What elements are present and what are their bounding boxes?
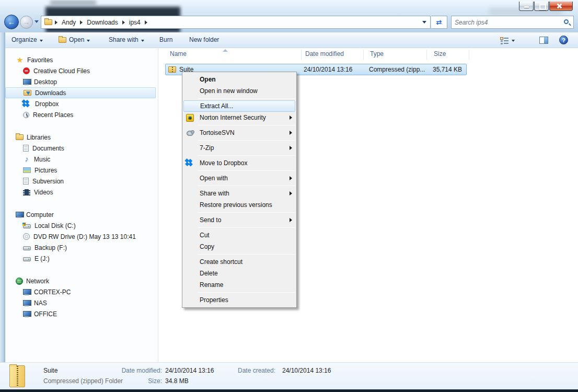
column-divider[interactable] <box>301 50 302 60</box>
menu-separator <box>198 155 295 156</box>
sidebar-item-videos[interactable]: Videos <box>5 187 158 198</box>
network-icon <box>16 278 23 285</box>
sidebar-item-local-disk-c[interactable]: Local Disk (C:) <box>5 220 158 231</box>
search-input[interactable] <box>455 17 559 27</box>
navigation-pane: ★ Favorites ∞ Creative Cloud Files Deskt… <box>5 48 158 362</box>
column-header-size[interactable]: Size <box>434 50 446 57</box>
sidebar-item-nas[interactable]: NAS <box>5 297 158 308</box>
menu-item-tortoisesvn[interactable]: TortoiseSVN <box>182 127 296 139</box>
preview-pane-icon <box>539 37 548 44</box>
menu-item-create-shortcut[interactable]: Create shortcut <box>182 256 296 268</box>
organize-button[interactable]: Organize <box>11 32 43 48</box>
menu-item-label: Send to <box>200 216 221 224</box>
submenu-arrow-icon <box>290 218 292 222</box>
sidebar-item-desktop[interactable]: Desktop <box>5 76 158 87</box>
back-button[interactable]: ← <box>4 15 19 29</box>
column-divider[interactable] <box>363 50 364 60</box>
menu-item-send-to[interactable]: Send to <box>182 214 296 226</box>
new-folder-button[interactable]: New folder <box>189 32 219 48</box>
views-button[interactable] <box>500 32 515 48</box>
sidebar-item-e-j[interactable]: E (J:) <box>5 253 158 264</box>
column-header-date-modified[interactable]: Date modified <box>305 50 344 57</box>
menu-item-label: Open in new window <box>200 87 258 95</box>
window-controls <box>518 2 573 11</box>
local-disk-icon <box>23 224 31 228</box>
sidebar-item-creative-cloud-files[interactable]: ∞ Creative Cloud Files <box>5 65 158 76</box>
submenu-arrow-icon <box>290 191 292 195</box>
forward-button[interactable]: → <box>20 16 33 29</box>
sidebar-section-computer[interactable]: Computer <box>5 209 158 220</box>
breadcrumb-segment[interactable]: Downloads <box>85 19 119 26</box>
search-icon[interactable] <box>564 19 569 24</box>
open-button[interactable]: Open <box>59 32 90 48</box>
submenu-arrow-icon <box>290 146 292 150</box>
menu-item-label: Rename <box>200 281 223 289</box>
address-dropdown-icon[interactable] <box>422 21 426 24</box>
videos-icon <box>23 189 30 195</box>
sidebar-item-label: Videos <box>34 189 53 196</box>
menu-item-delete[interactable]: Delete <box>182 268 296 279</box>
menu-item-label: Properties <box>200 296 228 304</box>
menu-item-open-with[interactable]: Open with <box>182 172 296 184</box>
close-button[interactable] <box>549 2 573 11</box>
sidebar-item-label: Pictures <box>34 167 57 174</box>
sidebar-item-label: Documents <box>32 145 64 152</box>
menu-separator <box>198 125 295 125</box>
menu-item-label: Cut <box>200 232 210 239</box>
burn-button[interactable]: Burn <box>159 32 172 48</box>
column-divider[interactable] <box>469 50 469 60</box>
sidebar-item-pictures[interactable]: Pictures <box>5 165 158 176</box>
maximize-button[interactable] <box>534 2 549 11</box>
sidebar-item-music[interactable]: ♪ Music <box>5 154 158 165</box>
column-header-name[interactable]: Name <box>170 50 187 57</box>
menu-item-rename[interactable]: Rename <box>182 279 296 291</box>
address-bar[interactable]: Andy Downloads ips4 <box>41 16 431 29</box>
share-with-button[interactable]: Share with <box>109 32 144 48</box>
history-dropdown-icon[interactable] <box>34 20 39 23</box>
help-button[interactable]: ? <box>559 32 568 48</box>
new-folder-label: New folder <box>189 32 219 48</box>
sidebar-item-label: Dropbox <box>35 100 59 108</box>
menu-item-open-in-new-window[interactable]: Open in new window <box>182 85 296 97</box>
breadcrumb-segment[interactable]: ips4 <box>128 19 142 26</box>
menu-item-share-with[interactable]: Share with <box>182 188 296 199</box>
sidebar-item-dvd-drive-d[interactable]: DVD RW Drive (D:) May 13 13 10:41 <box>5 231 158 242</box>
menu-item-open[interactable]: Open <box>182 74 296 85</box>
sidebar-item-dropbox[interactable]: Dropbox <box>5 98 158 109</box>
sidebar-section-favorites[interactable]: ★ Favorites <box>5 54 158 65</box>
submenu-arrow-icon <box>290 131 292 135</box>
size-value: 34.8 MB <box>165 377 189 385</box>
sidebar-item-cortex-pc[interactable]: CORTEX-PC <box>5 286 158 297</box>
sidebar-section-libraries[interactable]: Libraries <box>5 132 158 143</box>
menu-item-7-zip[interactable]: 7-Zip <box>182 142 296 154</box>
sidebar-item-backup-f[interactable]: Backup (F:) <box>5 242 158 253</box>
column-header-type[interactable]: Type <box>370 50 384 57</box>
computer-section: Computer Local Disk (C:) DVD RW Drive (D… <box>5 209 158 264</box>
menu-separator <box>198 254 295 255</box>
menu-item-properties[interactable]: Properties <box>182 294 296 306</box>
sidebar-item-documents[interactable]: Documents <box>5 143 158 154</box>
menu-item-extract-all[interactable]: Extract All... <box>183 100 295 112</box>
minimize-button[interactable] <box>519 2 534 11</box>
sidebar-item-label: DVD RW Drive (D:) May 13 13 10:41 <box>33 233 136 240</box>
menu-item-move-to-dropbox[interactable]: Move to Dropbox <box>182 157 296 169</box>
menu-item-norton-internet-security[interactable]: Norton Internet Security <box>182 112 296 123</box>
recent-places-icon <box>23 112 29 118</box>
column-divider[interactable] <box>426 50 427 60</box>
downloads-icon <box>24 90 31 96</box>
menu-item-label: Extract All... <box>200 102 233 110</box>
submenu-arrow-icon <box>290 176 292 180</box>
sidebar-item-recent-places[interactable]: Recent Places <box>5 109 158 120</box>
preview-pane-button[interactable] <box>539 32 548 48</box>
sidebar-item-subversion[interactable]: Subversion <box>5 176 158 187</box>
sidebar-section-network[interactable]: Network <box>5 275 158 286</box>
breadcrumb-segment[interactable]: Andy <box>60 19 77 26</box>
menu-item-restore-previous-versions[interactable]: Restore previous versions <box>182 199 296 211</box>
refresh-button[interactable]: ⇄ <box>431 16 447 29</box>
pictures-icon <box>23 167 31 173</box>
sidebar-item-office[interactable]: OFFICE <box>5 308 158 319</box>
menu-item-copy[interactable]: Copy <box>182 241 296 252</box>
sidebar-item-downloads[interactable]: Downloads <box>5 87 156 98</box>
menu-item-cut[interactable]: Cut <box>182 229 296 241</box>
date-created-label: Date created: <box>238 367 275 374</box>
